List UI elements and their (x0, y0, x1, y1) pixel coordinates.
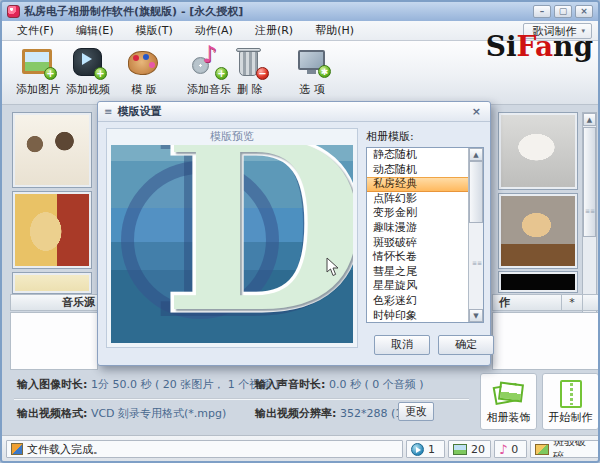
scroll-thumb[interactable] (583, 127, 596, 237)
template-item[interactable]: 时钟印象 (367, 309, 483, 324)
current-template-name: 斑驳破碎 (553, 440, 594, 458)
template-item[interactable]: 色彩迷幻 (367, 294, 483, 309)
template-item[interactable]: 变形金刚 (367, 206, 483, 221)
menu-template[interactable]: 模版(T) (124, 21, 183, 40)
template-status-icon (535, 444, 549, 455)
dialog-system-icon: ≡ (104, 106, 112, 117)
window-controls: – ▢ × (533, 5, 593, 18)
cancel-button[interactable]: 取消 (374, 335, 430, 355)
palette-icon (128, 51, 158, 75)
album-decorate-label: 相册装饰 (481, 410, 536, 425)
video-count: 1 (428, 443, 435, 456)
scroll-up-icon[interactable]: ▲ (469, 148, 483, 161)
music-source-label: 音乐源 (62, 296, 95, 309)
menu-action[interactable]: 动作(A) (184, 21, 244, 40)
operations-label: 作 (499, 296, 510, 309)
ok-button[interactable]: 确定 (438, 335, 494, 355)
status-message: 文件载入完成。 (27, 442, 104, 457)
delete-button[interactable]: − 删 除 (223, 45, 277, 97)
audio-duration-row: 输入声音时长: 0.0 秒 ( 0 个音频 ) (255, 377, 423, 392)
menu-register[interactable]: 注册(R) (244, 21, 304, 40)
template-listbox[interactable]: 静态随机 动态随机 私房经典 点阵幻影 变形金刚 趣味漫游 斑驳破碎 情怀长卷 … (366, 147, 484, 323)
image-duration-row: 输入图像时长: 1分 50.0 秒 ( 20 张图片， 1 个视频 ) (17, 377, 279, 392)
music-source-header: 音乐源 (10, 294, 98, 311)
add-image-label: 添加图片 (11, 82, 65, 97)
app-icon (7, 5, 20, 18)
add-image-button[interactable]: + 添加图片 (11, 45, 65, 97)
video-thumbnail-black[interactable] (498, 271, 578, 293)
photo-thumbnail-labrador[interactable] (12, 191, 92, 269)
template-item[interactable]: 彗星之尾 (367, 265, 483, 280)
scroll-grip-icon: ≡≡ (472, 260, 482, 266)
scroll-down-icon[interactable]: ▼ (469, 309, 483, 322)
maximize-button[interactable]: ▢ (554, 5, 572, 18)
template-item-selected[interactable]: 私房经典 (367, 177, 483, 192)
video-format-label: 输出视频格式: (17, 407, 87, 420)
audio-count: 0 (511, 443, 518, 456)
template-preview-label: 模版预览 (107, 129, 357, 144)
mouse-cursor-icon (326, 257, 340, 280)
template-preview-group: 模版预览 D D (106, 128, 358, 348)
photo-thumbnail-sleeping-puppy[interactable] (498, 112, 578, 190)
template-item[interactable]: 动态随机 (367, 163, 483, 178)
add-image-icon: + (21, 45, 55, 81)
dialog-close-icon[interactable]: × (469, 105, 484, 118)
template-settings-dialog: ≡ 模版设置 × 模版预览 D D 相册模版: 静态随机 动态随机 私房经典 (97, 101, 491, 366)
logo-part1: Si (486, 30, 517, 63)
menu-file[interactable]: 文件(F) (6, 21, 65, 40)
app-window: 私房电子相册制作软件(旗舰版) - [永久授权] – ▢ × 文件(F) 编辑(… (0, 0, 600, 463)
status-message-field: 文件载入完成。 (6, 440, 403, 458)
template-item[interactable]: 情怀长卷 (367, 250, 483, 265)
options-icon: ✱ (295, 45, 329, 81)
photo-stack-icon (493, 381, 525, 407)
image-count: 20 (471, 443, 485, 456)
logo-letter-front: D (163, 145, 353, 343)
image-count-field: 20 (448, 440, 491, 458)
template-item[interactable]: 点阵幻影 (367, 192, 483, 207)
plus-badge-icon: + (94, 67, 107, 80)
template-list-scrollbar[interactable]: ▲ ≡≡ ▼ (468, 148, 483, 322)
template-item[interactable]: 静态随机 (367, 148, 483, 163)
music-note-icon: ♪ (202, 41, 217, 67)
template-button[interactable]: 模 版 (117, 45, 171, 97)
add-music-icon: ♪ + (192, 45, 226, 81)
scroll-thumb[interactable] (469, 161, 483, 223)
sifang-logo: SiFang (486, 33, 593, 61)
operations-list[interactable] (492, 312, 599, 370)
template-preview-screen: D D (111, 145, 353, 343)
add-video-button[interactable]: + 添加视频 (61, 45, 115, 97)
menu-help[interactable]: 帮助(H) (304, 21, 365, 40)
close-button[interactable]: × (575, 5, 593, 18)
titlebar: 私房电子相册制作软件(旗舰版) - [永久授权] – ▢ × (2, 2, 598, 21)
photo-thumbnail-partial[interactable] (12, 272, 92, 294)
dialog-titlebar[interactable]: ≡ 模版设置 × (98, 102, 490, 122)
dialog-title: 模版设置 (117, 104, 463, 119)
video-count-field: 1 (406, 440, 445, 458)
minimize-button[interactable]: – (533, 5, 551, 18)
statusbar: 文件载入完成。 1 20 ♪ 0 斑驳破碎 (2, 435, 598, 461)
scroll-grip-icon: ≡≡ (585, 208, 594, 214)
scroll-up-icon[interactable]: ▲ (583, 113, 596, 126)
template-item[interactable]: 斑驳破碎 (367, 236, 483, 251)
image-count-icon (453, 444, 467, 455)
delete-label: 删 除 (223, 82, 277, 97)
add-video-label: 添加视频 (61, 82, 115, 97)
image-duration-value: 1分 50.0 秒 ( 20 张图片， 1 个视频 ) (91, 378, 279, 391)
album-template-label: 相册模版: (366, 129, 414, 144)
album-decorate-button[interactable]: 相册装饰 (480, 373, 537, 430)
video-format-row: 输出视频格式: VCD 刻录专用格式(*.mpg) (17, 406, 226, 421)
info-divider (14, 398, 469, 399)
audio-duration-value: 0.0 秒 ( 0 个音频 ) (329, 378, 424, 391)
music-source-list[interactable] (10, 312, 98, 370)
resolution-label: 输出视频分辨率: (255, 407, 336, 420)
photo-thumbnail-chow-puppy[interactable] (498, 193, 578, 269)
start-make-button[interactable]: 开始制作 (542, 373, 599, 430)
gear-icon: ✱ (318, 65, 331, 78)
options-button[interactable]: ✱ 选 项 (285, 45, 339, 97)
photo-thumbnail-puppies[interactable] (12, 112, 92, 188)
change-button[interactable]: 更改 (398, 402, 434, 421)
menu-edit[interactable]: 编辑(E) (65, 21, 125, 40)
template-item[interactable]: 趣味漫游 (367, 221, 483, 236)
logo-part3: ng (553, 30, 593, 63)
template-item[interactable]: 星星旋风 (367, 279, 483, 294)
